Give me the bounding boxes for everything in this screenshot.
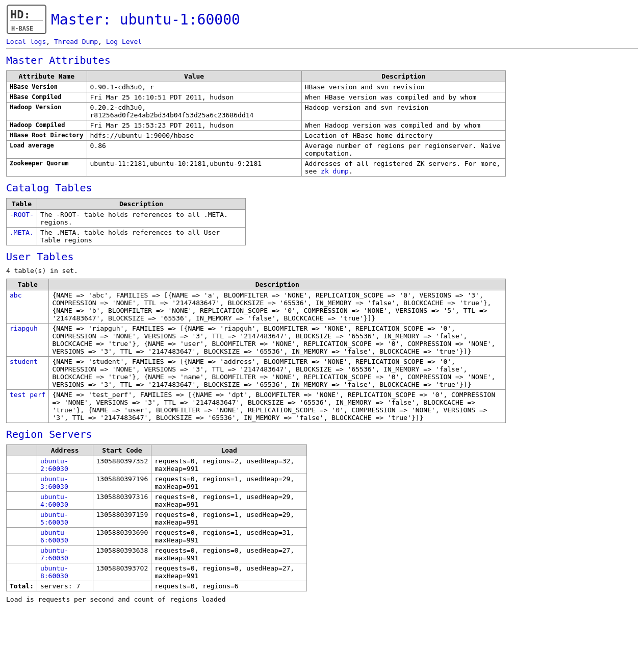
attr-name-cell: Load average xyxy=(7,141,87,159)
user-table-name-cell: abc xyxy=(7,290,49,324)
attr-desc-cell: HBase version and svn revision xyxy=(301,82,505,92)
attr-value-cell: Fri Mar 25 16:10:51 PDT 2011, hudson xyxy=(87,92,301,103)
table-row: ubuntu-3:600301305880397196requests=0, r… xyxy=(7,474,307,492)
hbase-logo: HD: H-BASE xyxy=(6,4,47,35)
user-table-name-cell: test perf xyxy=(7,390,49,423)
table-row: ubuntu-7:600301305880393638requests=0, r… xyxy=(7,545,307,563)
table-row: .META.The .META. table holds references … xyxy=(7,228,246,245)
region-load-cell: requests=0, regions=1, usedHeap=29, maxH… xyxy=(151,474,307,492)
region-startcode-cell: 1305880397196 xyxy=(93,474,151,492)
catalog-table-link[interactable]: -ROOT- xyxy=(10,211,34,218)
attr-desc-cell: Hadoop version and svn revision xyxy=(301,103,505,120)
region-address-cell: ubuntu-4:60030 xyxy=(37,492,93,510)
region-col-load: Load xyxy=(151,445,307,456)
region-startcode-cell: 1305880397316 xyxy=(93,492,151,510)
region-col-empty xyxy=(7,445,37,456)
region-server-link[interactable]: ubuntu-7:60030 xyxy=(40,547,68,562)
region-address-cell: ubuntu-7:60030 xyxy=(37,545,93,563)
region-startcode-cell: 1305880397352 xyxy=(93,456,151,474)
thread-dump-link[interactable]: Thread Dump xyxy=(54,38,98,45)
catalog-tables-table: Table Description -ROOT-The -ROOT- table… xyxy=(6,198,246,245)
catalog-tables-heading: Catalog Tables xyxy=(6,182,638,194)
region-address-cell: ubuntu-8:60030 xyxy=(37,563,93,581)
region-load-cell: requests=0, regions=2, usedHeap=32, maxH… xyxy=(151,456,307,474)
attr-value-cell: ubuntu-11:2181,ubuntu-10:2181,ubuntu-9:2… xyxy=(87,159,301,177)
local-logs-link[interactable]: Local logs xyxy=(6,38,46,45)
attr-name-cell: HBase Root Directory xyxy=(7,131,87,141)
region-startcode-cell: 1305880393638 xyxy=(93,545,151,563)
region-total-row: Total:servers: 7requests=0, regions=6 xyxy=(7,581,307,591)
region-index-cell xyxy=(7,563,37,581)
svg-text:H-BASE: H-BASE xyxy=(11,25,33,32)
catalog-desc-cell: The .META. table holds references to all… xyxy=(37,228,245,245)
catalog-name-cell: .META. xyxy=(7,228,37,245)
user-table-link[interactable]: test perf xyxy=(10,391,45,399)
user-table-desc-cell: {NAME => 'abc', FAMILIES => [{NAME => 'a… xyxy=(49,290,506,324)
region-servers-heading: Region Servers xyxy=(6,428,638,440)
region-server-link[interactable]: ubuntu-3:60030 xyxy=(40,475,68,490)
region-startcode-cell: 1305880397159 xyxy=(93,510,151,528)
attr-col-desc: Description xyxy=(301,71,505,82)
table-row: Hadoop CompiledFri Mar 25 15:53:23 PDT 2… xyxy=(7,120,506,131)
user-table-link[interactable]: student xyxy=(10,358,38,365)
region-index-cell xyxy=(7,528,37,545)
attr-name-cell: HBase Version xyxy=(7,82,87,92)
region-server-link[interactable]: ubuntu-6:60030 xyxy=(40,529,68,544)
attr-desc-cell: When HBase version was compiled and by w… xyxy=(301,92,505,103)
table-row: HBase Root Directoryhdfs://ubuntu-1:9000… xyxy=(7,131,506,141)
region-server-link[interactable]: ubuntu-4:60030 xyxy=(40,493,68,508)
attr-col-name: Attribute Name xyxy=(7,71,87,82)
user-table-desc-cell: {NAME => 'student', FAMILIES => [{NAME =… xyxy=(49,357,506,390)
region-servers-table: Address Start Code Load ubuntu-2:6003013… xyxy=(6,444,307,591)
table-row: abc{NAME => 'abc', FAMILIES => [{NAME =>… xyxy=(7,290,506,324)
attr-name-cell: Hadoop Version xyxy=(7,103,87,120)
table-row: ubuntu-5:600301305880397159requests=0, r… xyxy=(7,510,307,528)
region-server-link[interactable]: ubuntu-2:60030 xyxy=(40,457,68,473)
attr-name-cell: Hadoop Compiled xyxy=(7,120,87,131)
attr-value-cell: 0.86 xyxy=(87,141,301,159)
user-tables-heading: User Tables xyxy=(6,251,638,263)
user-table-name-cell: riapguh xyxy=(7,324,49,357)
catalog-col-table: Table xyxy=(7,199,37,210)
table-row: HBase CompiledFri Mar 25 16:10:51 PDT 20… xyxy=(7,92,506,103)
table-row: ubuntu-6:600301305880393690requests=0, r… xyxy=(7,528,307,545)
attr-name-cell: HBase Compiled xyxy=(7,92,87,103)
region-address-cell: ubuntu-2:60030 xyxy=(37,456,93,474)
region-index-cell xyxy=(7,474,37,492)
region-load-cell: requests=0, regions=1, usedHeap=31, maxH… xyxy=(151,528,307,545)
user-tables-table: Table Description abc{NAME => 'abc', FAM… xyxy=(6,279,506,423)
user-table-link[interactable]: riapguh xyxy=(10,325,38,332)
table-row: Hadoop Version0.20.2-cdh3u0, r81256ad0f2… xyxy=(7,103,506,120)
region-index-cell xyxy=(7,510,37,528)
attr-value-cell: hdfs://ubuntu-1:9000/hbase xyxy=(87,131,301,141)
user-col-table: Table xyxy=(7,279,49,290)
log-level-link[interactable]: Log Level xyxy=(106,38,142,45)
page-header: HD: H-BASE Master: ubuntu-1:60000 xyxy=(6,4,638,35)
zk-dump-link[interactable]: zk dump xyxy=(321,167,349,175)
region-col-address: Address xyxy=(37,445,93,456)
catalog-desc-cell: The -ROOT- table holds references to all… xyxy=(37,210,245,228)
user-table-link[interactable]: abc xyxy=(10,291,21,299)
svg-text:HD:: HD: xyxy=(10,8,31,21)
catalog-table-link[interactable]: .META. xyxy=(10,229,34,236)
total-load-cell: requests=0, regions=6 xyxy=(151,581,307,591)
attr-desc-cell: Location of HBase home directory xyxy=(301,131,505,141)
table-row: ubuntu-4:600301305880397316requests=0, r… xyxy=(7,492,307,510)
master-attributes-table: Attribute Name Value Description HBase V… xyxy=(6,70,506,177)
region-servers-section: Address Start Code Load ubuntu-2:6003013… xyxy=(6,444,638,591)
table-row: student{NAME => 'student', FAMILIES => [… xyxy=(7,357,506,390)
total-empty-cell xyxy=(93,581,151,591)
region-address-cell: ubuntu-5:60030 xyxy=(37,510,93,528)
region-address-cell: ubuntu-6:60030 xyxy=(37,528,93,545)
user-table-name-cell: student xyxy=(7,357,49,390)
region-server-link[interactable]: ubuntu-5:60030 xyxy=(40,511,68,526)
table-count: 4 table(s) in set. xyxy=(6,267,638,275)
total-label-cell: Total: xyxy=(7,581,37,591)
table-row: riapguh{NAME => 'riapguh', FAMILIES => [… xyxy=(7,324,506,357)
region-server-link[interactable]: ubuntu-8:60030 xyxy=(40,564,68,580)
attr-name-cell: Zookeeper Quorum xyxy=(7,159,87,177)
total-servers-cell: servers: 7 xyxy=(37,581,93,591)
region-index-cell xyxy=(7,545,37,563)
user-table-desc-cell: {NAME => 'riapguh', FAMILIES => [{NAME =… xyxy=(49,324,506,357)
attr-desc-cell: Addresses of all registered ZK servers. … xyxy=(301,159,505,177)
